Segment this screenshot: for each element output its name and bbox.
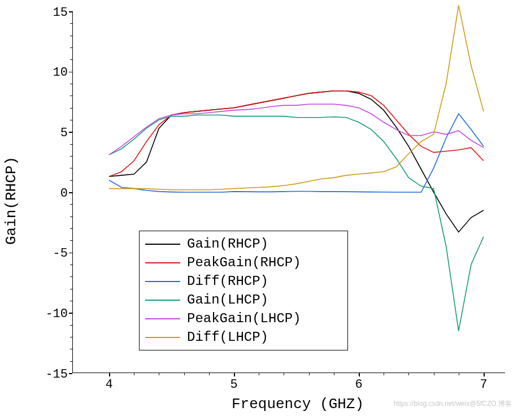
y-minor-tick: [70, 228, 72, 229]
y-minor-tick: [70, 180, 72, 181]
y-tick-label: 0: [60, 187, 68, 201]
y-axis-label: Gain(RHCP): [3, 157, 20, 245]
legend-item: Diff(RHCP): [145, 272, 342, 291]
y-minor-tick: [70, 265, 72, 265]
legend-label: Gain(RHCP): [187, 236, 268, 252]
y-minor-tick: [70, 217, 72, 217]
y-minor-tick: [70, 325, 72, 326]
x-tick: [484, 373, 485, 376]
y-tick-label: 5: [60, 126, 68, 140]
legend-swatch: [145, 318, 180, 319]
y-minor-tick: [70, 23, 72, 24]
legend-swatch: [145, 300, 180, 301]
y-tick-label: -15: [45, 367, 68, 382]
y-minor-tick: [70, 276, 72, 277]
series-line: [109, 5, 484, 189]
y-minor-tick: [70, 156, 72, 157]
y-minor-tick: [70, 301, 72, 301]
y-minor-tick: [70, 349, 72, 349]
y-tick: [69, 253, 72, 254]
y-tick: [69, 132, 72, 133]
legend-label: PeakGain(LHCP): [187, 311, 301, 326]
series-line: [109, 114, 484, 192]
y-tick: [69, 192, 72, 193]
y-minor-tick: [70, 168, 72, 168]
y-tick-label: -10: [45, 307, 68, 321]
y-minor-tick: [70, 289, 72, 289]
legend-swatch: [145, 337, 180, 338]
x-minor-tick: [284, 373, 284, 375]
y-minor-tick: [70, 361, 72, 362]
x-minor-tick: [334, 373, 334, 375]
y-minor-tick: [70, 108, 72, 109]
legend-label: PeakGain(RHCP): [187, 255, 301, 270]
legend-item: PeakGain(LHCP): [145, 309, 342, 328]
x-tick-label: 5: [230, 378, 237, 392]
x-minor-tick: [434, 373, 434, 375]
y-minor-tick: [70, 337, 72, 337]
x-minor-tick: [408, 373, 409, 375]
x-tick: [109, 373, 110, 376]
chart-container: Gain(RHCP) Frequency (GHZ) 15 10 5 0 -5 …: [0, 0, 522, 420]
y-tick: [69, 373, 72, 374]
legend: Gain(RHCP) PeakGain(RHCP) Diff(RHCP) Gai…: [139, 231, 348, 350]
series-line: [109, 104, 484, 155]
y-minor-tick: [70, 36, 72, 36]
legend-label: Diff(LHCP): [187, 330, 268, 345]
x-tick: [234, 373, 235, 376]
y-minor-tick: [70, 204, 72, 205]
x-minor-tick: [259, 373, 259, 375]
legend-item: Gain(RHCP): [145, 235, 342, 253]
x-minor-tick: [159, 373, 159, 375]
y-tick-label: 15: [53, 6, 68, 20]
y-minor-tick: [70, 84, 72, 84]
x-minor-tick: [384, 373, 384, 375]
legend-label: Diff(RHCP): [187, 274, 268, 289]
y-minor-tick: [70, 59, 72, 60]
x-tick-label: 4: [105, 378, 112, 392]
legend-swatch: [145, 244, 180, 245]
x-minor-tick: [209, 373, 210, 375]
x-minor-tick: [309, 373, 310, 375]
y-tick: [69, 11, 72, 12]
y-minor-tick: [70, 96, 72, 96]
y-minor-tick: [70, 120, 72, 120]
x-tick: [359, 373, 360, 376]
y-minor-tick: [70, 240, 72, 241]
y-tick: [69, 313, 72, 314]
x-minor-tick: [459, 373, 459, 375]
legend-label: Gain(LHCP): [187, 292, 268, 308]
legend-swatch: [145, 262, 180, 263]
legend-item: Gain(LHCP): [145, 291, 342, 309]
legend-item: Diff(LHCP): [145, 328, 342, 347]
x-tick-label: 6: [355, 378, 362, 392]
x-minor-tick: [134, 373, 134, 375]
x-axis-label: Frequency (GHZ): [232, 396, 364, 413]
legend-item: PeakGain(RHCP): [145, 253, 342, 272]
y-minor-tick: [70, 47, 72, 48]
watermark: https://blog.csdn.net/weix@5fCZO.博客: [393, 399, 512, 409]
x-minor-tick: [184, 373, 185, 375]
y-tick: [69, 72, 72, 73]
y-tick-label: 10: [53, 66, 68, 80]
legend-swatch: [145, 281, 180, 282]
x-tick-label: 7: [480, 378, 487, 392]
y-tick-label: -5: [53, 246, 68, 261]
series-line: [109, 91, 484, 232]
y-minor-tick: [70, 144, 72, 145]
